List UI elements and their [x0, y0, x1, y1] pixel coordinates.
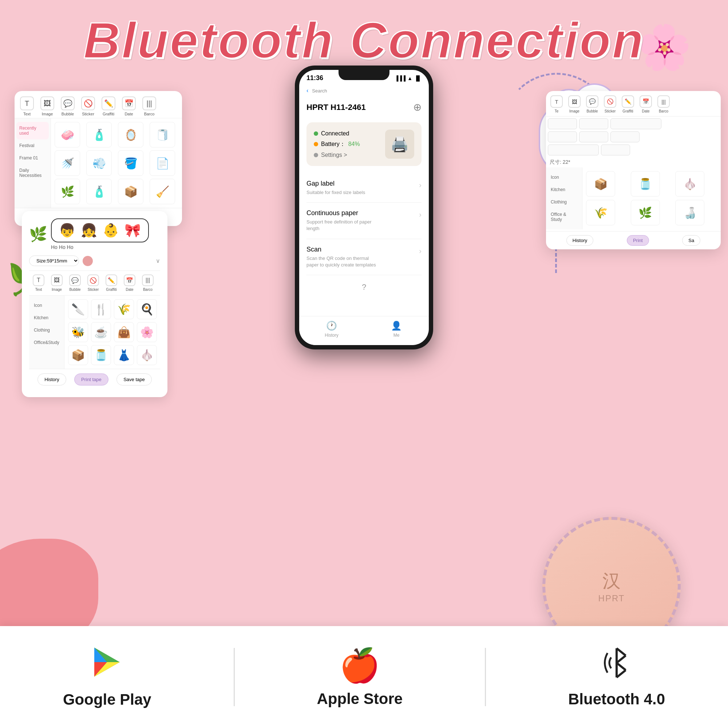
nav-item-me[interactable]: 👤 Me [364, 321, 429, 338]
right-toolbar-graffiti[interactable]: ✏️ Graffiti [622, 95, 634, 113]
color-dot[interactable] [83, 256, 93, 266]
right-toolbar-image[interactable]: 🖼 Image [568, 95, 581, 113]
label-preview-toolbar: T Text 🖼 Image 💬 Bubble 🚫 Sticker ✏️ Gra… [29, 271, 160, 295]
icon-grid: 🧼 🧴 🪞 🧻 🚿 💨 🪣 📄 🌿 🧴 📦 🧹 [51, 118, 182, 208]
sidebar-item-frame[interactable]: Frame 01 [16, 152, 49, 164]
right-icon-1[interactable]: 📦 [586, 171, 615, 197]
google-play-item[interactable]: Google Play [63, 646, 151, 708]
menu-item-scan[interactable]: Scan Scan the QR code on thermal paper t… [306, 239, 422, 275]
toolbar-item-image[interactable]: 🖼 Image [40, 96, 54, 116]
bluetooth-item: Bluetooth 4.0 [568, 647, 665, 708]
lp-sidebar-office[interactable]: Office&Study [31, 336, 62, 349]
sidebar-item-recently-used[interactable]: Recently used [16, 122, 49, 139]
lp-text-label: Text [35, 288, 42, 292]
sidebar-item-festival[interactable]: Festival [16, 139, 49, 152]
icon-knife[interactable]: 🔪 [68, 299, 88, 319]
right-icon-6[interactable]: 🍶 [675, 200, 704, 225]
right-icon-4[interactable]: 🌾 [586, 200, 615, 225]
battery-icon: ▐▌ [414, 75, 422, 81]
icon-hairdryer[interactable]: 💨 [86, 150, 112, 176]
right-image-icon: 🖼 [568, 95, 581, 108]
nav-item-history[interactable]: 🕐 History [299, 321, 364, 338]
lp-sidebar-panel: Icon Kitchen Clothing Office&Study 🔪 🍴 🌾… [29, 295, 160, 369]
right-sidebar-clothing[interactable]: Clothing [548, 196, 580, 208]
icon-wheat[interactable]: 🌾 [114, 299, 134, 319]
settings-status[interactable]: Settings > [314, 152, 360, 158]
size-dropdown[interactable]: Size:59*15mm [29, 255, 79, 266]
toolbar-item-sticker[interactable]: 🚫 Sticker [81, 96, 95, 116]
title-section: Bluetooth Connection [0, 0, 728, 70]
icon-bag[interactable]: 👜 [114, 322, 134, 342]
lp-sidebar-kitchen[interactable]: Kitchen [31, 312, 62, 324]
connected-dot [314, 132, 318, 136]
lp-toolbar-image[interactable]: 🖼 Image [51, 274, 63, 292]
lp-sidebar-left: Icon Kitchen Clothing Office&Study [29, 295, 64, 369]
right-icon-5[interactable]: 🌿 [631, 200, 660, 225]
icon-paper[interactable]: 📄 [150, 150, 175, 176]
right-print-button[interactable]: Print [627, 235, 649, 246]
me-nav-icon: 👤 [391, 321, 402, 331]
right-icon-3[interactable]: 🧄 [675, 171, 704, 197]
icon-mirror[interactable]: 🪞 [118, 122, 144, 147]
lp-sidebar-clothing[interactable]: Clothing [31, 324, 62, 336]
menu-item-gap-label[interactable]: Gap label Suitable for fixed size labels… [306, 173, 422, 203]
toolbar-item-date[interactable]: 📅 Date [122, 96, 136, 116]
icon-wrap[interactable]: 📦 [118, 179, 144, 204]
menu-item-continuous[interactable]: Continuous paper Support free definition… [306, 203, 422, 239]
right-toolbar-date[interactable]: 📅 Date [639, 95, 652, 113]
icon-flower2[interactable]: 🌸 [137, 322, 157, 342]
lp-toolbar-date[interactable]: 📅 Date [124, 274, 135, 292]
icon-dress[interactable]: 👗 [114, 345, 134, 365]
lp-toolbar-graffiti[interactable]: ✏️ Graffiti [106, 274, 117, 292]
sidebar-item-daily[interactable]: Daily Necessities [16, 164, 49, 182]
icon-fork[interactable]: 🍴 [91, 299, 111, 319]
icon-spray[interactable]: 🌿 [55, 179, 80, 204]
toolbar-item-text[interactable]: T Text [20, 96, 34, 116]
right-save-button[interactable]: Sa [682, 235, 700, 246]
icon-soap[interactable]: 🧼 [55, 122, 80, 147]
label-tag-3 [548, 132, 577, 142]
lp-sidebar-icon[interactable]: Icon [31, 299, 62, 312]
sidebar-panel: Recently used Festival Frame 01 Daily Ne… [15, 118, 182, 208]
icon-coffee[interactable]: ☕ [91, 322, 111, 342]
lp-toolbar-barcode[interactable]: ||| Barco [142, 274, 154, 292]
right-toolbar-bubble[interactable]: 💬 Bubble [586, 95, 598, 113]
toolbar-item-barcode[interactable]: ||| Barco [142, 96, 156, 116]
icon-bottle2[interactable]: 🫙 [91, 345, 111, 365]
icon-roll[interactable]: 🧻 [150, 122, 175, 147]
icon-garlic[interactable]: 🧄 [137, 345, 157, 365]
icon-bottle[interactable]: 🧴 [86, 122, 112, 147]
save-tape-button[interactable]: Save tape [116, 373, 152, 385]
icon-bee[interactable]: 🐝 [68, 322, 88, 342]
apple-store-item[interactable]: 🍎 Apple Store [317, 647, 403, 708]
expand-arrow-icon[interactable]: ∨ [156, 257, 160, 264]
lp-toolbar-bubble[interactable]: 💬 Bubble [69, 274, 81, 292]
icon-towel[interactable]: 🪣 [118, 150, 144, 176]
icon-box2[interactable]: 📦 [68, 345, 88, 365]
right-toolbar-sticker[interactable]: 🚫 Sticker [604, 95, 616, 113]
label-row-1 [548, 118, 719, 129]
label-bubble: 👦 👧 👶 🎀 [51, 219, 149, 242]
help-button[interactable]: ? [306, 275, 422, 299]
lp-toolbar-sticker[interactable]: 🚫 Sticker [87, 274, 99, 292]
icon-tube[interactable]: 🧴 [86, 179, 112, 204]
right-toolbar-text[interactable]: T Te [551, 95, 563, 113]
right-app-screenshot: T Te 🖼 Image 💬 Bubble 🚫 Sticker ✏️ Graff… [546, 91, 721, 249]
icon-wash[interactable]: 🚿 [55, 150, 80, 176]
right-history-button[interactable]: History [566, 235, 593, 246]
right-sidebar-icon[interactable]: Icon [548, 171, 580, 184]
toolbar-item-graffiti[interactable]: ✏️ Graffiti [102, 96, 115, 116]
image-icon: 🖼 [40, 96, 54, 110]
lp-toolbar-text[interactable]: T Text [33, 274, 44, 292]
right-sidebar-kitchen[interactable]: Kitchen [548, 184, 580, 196]
history-button[interactable]: History [37, 373, 66, 385]
back-arrow-icon[interactable]: ‹ [306, 87, 308, 94]
right-icon-2[interactable]: 🫙 [631, 171, 660, 197]
print-tape-button[interactable]: Print tape [74, 373, 109, 385]
add-device-button[interactable]: ⊕ [413, 101, 422, 113]
right-sidebar-office[interactable]: Office & Study [548, 208, 580, 226]
icon-mop[interactable]: 🧹 [150, 179, 175, 204]
toolbar-item-bubble[interactable]: 💬 Bubble [61, 96, 75, 116]
right-toolbar-barcode[interactable]: ||| Barco [658, 95, 670, 113]
icon-pan[interactable]: 🍳 [137, 299, 157, 319]
